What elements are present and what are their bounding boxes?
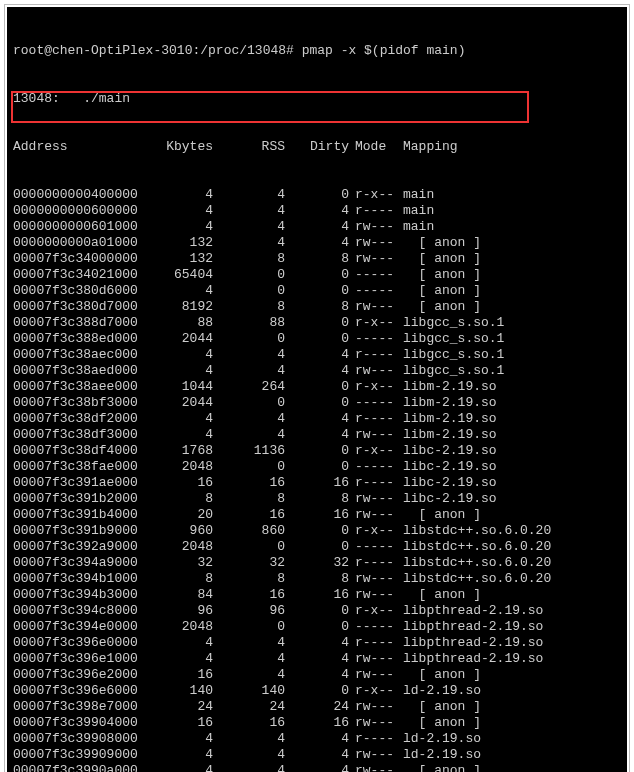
cell-rss: 8 [213, 571, 285, 587]
cell-mode: rw--- [349, 715, 397, 731]
cell-mapping: libm-2.19.so [397, 395, 497, 411]
cell-mode: rw--- [349, 219, 397, 235]
cell-mapping: ld-2.19.so [397, 683, 481, 699]
cell-dirty: 4 [285, 763, 349, 772]
pmap-row: 00007f3c340210006540400----- [ anon ] [13, 267, 621, 283]
cell-dirty: 8 [285, 251, 349, 267]
cell-mode: ----- [349, 331, 397, 347]
cell-kbytes: 96 [133, 603, 213, 619]
cell-dirty: 8 [285, 491, 349, 507]
cell-dirty: 0 [285, 331, 349, 347]
cell-address: 00007f3c392a9000 [13, 539, 133, 555]
cell-mode: rw--- [349, 299, 397, 315]
cell-dirty: 4 [285, 427, 349, 443]
cell-address: 00007f3c391b4000 [13, 507, 133, 523]
hdr-mapping: Mapping [397, 139, 458, 155]
pmap-row: 0000000000a0100013244rw--- [ anon ] [13, 235, 621, 251]
terminal-output: root@chen-OptiPlex-3010:/proc/13048# pma… [7, 7, 627, 772]
cell-address: 00007f3c394e0000 [13, 619, 133, 635]
cell-mapping: libgcc_s.so.1 [397, 331, 504, 347]
cell-rss: 4 [213, 347, 285, 363]
cell-kbytes: 132 [133, 251, 213, 267]
cell-mode: rw--- [349, 651, 397, 667]
cell-mapping: [ anon ] [397, 267, 481, 283]
cell-mode: r-x-- [349, 443, 397, 459]
pmap-row: 00007f3c396e20001644rw--- [ anon ] [13, 667, 621, 683]
cell-rss: 4 [213, 651, 285, 667]
cell-rss: 4 [213, 763, 285, 772]
cell-mode: r-x-- [349, 379, 397, 395]
cell-mapping: [ anon ] [397, 507, 481, 523]
cell-rss: 8 [213, 299, 285, 315]
cell-mapping: ld-2.19.so [397, 731, 481, 747]
cell-dirty: 0 [285, 459, 349, 475]
cell-mapping: libc-2.19.so [397, 491, 497, 507]
cell-kbytes: 4 [133, 411, 213, 427]
cell-mode: rw--- [349, 763, 397, 772]
cell-kbytes: 16 [133, 475, 213, 491]
cell-address: 00007f3c380d7000 [13, 299, 133, 315]
cell-dirty: 4 [285, 411, 349, 427]
prompt-line: root@chen-OptiPlex-3010:/proc/13048# pma… [13, 43, 621, 59]
cell-mode: rw--- [349, 251, 397, 267]
hdr-address: Address [13, 139, 133, 155]
cell-mode: rw--- [349, 507, 397, 523]
cell-kbytes: 4 [133, 747, 213, 763]
cell-rss: 4 [213, 747, 285, 763]
pmap-row: 00007f3c396e0000444r----libpthread-2.19.… [13, 635, 621, 651]
cell-kbytes: 8192 [133, 299, 213, 315]
cell-mapping: [ anon ] [397, 235, 481, 251]
cell-dirty: 16 [285, 715, 349, 731]
cell-address: 0000000000601000 [13, 219, 133, 235]
cell-address: 00007f3c396e1000 [13, 651, 133, 667]
cell-rss: 16 [213, 507, 285, 523]
cell-mapping: libpthread-2.19.so [397, 619, 543, 635]
cell-mode: r---- [349, 731, 397, 747]
cell-dirty: 0 [285, 267, 349, 283]
cell-mapping: [ anon ] [397, 283, 481, 299]
cell-kbytes: 4 [133, 651, 213, 667]
cell-mapping: libm-2.19.so [397, 379, 497, 395]
cell-mode: r---- [349, 347, 397, 363]
pmap-row: 00007f3c38aed000444rw---libgcc_s.so.1 [13, 363, 621, 379]
cell-rss: 0 [213, 619, 285, 635]
cell-kbytes: 8 [133, 571, 213, 587]
cell-rss: 0 [213, 395, 285, 411]
cell-address: 00007f3c391ae000 [13, 475, 133, 491]
cell-mapping: [ anon ] [397, 715, 481, 731]
cell-mode: ----- [349, 267, 397, 283]
cell-mode: ----- [349, 283, 397, 299]
cell-kbytes: 2044 [133, 395, 213, 411]
cell-rss: 0 [213, 283, 285, 299]
cell-dirty: 0 [285, 315, 349, 331]
pmap-row: 00007f3c3990a000444rw--- [ anon ] [13, 763, 621, 772]
cell-dirty: 8 [285, 299, 349, 315]
cell-kbytes: 4 [133, 283, 213, 299]
cell-mode: rw--- [349, 427, 397, 443]
cell-kbytes: 16 [133, 667, 213, 683]
pmap-row: 00007f3c391b4000201616rw--- [ anon ] [13, 507, 621, 523]
pmap-row: 00007f3c396e1000444rw---libpthread-2.19.… [13, 651, 621, 667]
pmap-row: 00007f3c388d700088880r-x--libgcc_s.so.1 [13, 315, 621, 331]
cell-kbytes: 84 [133, 587, 213, 603]
cell-mapping: libc-2.19.so [397, 459, 497, 475]
pmap-row: 00007f3c380d6000400----- [ anon ] [13, 283, 621, 299]
pmap-row: 00007f3c396e60001401400r-x--ld-2.19.so [13, 683, 621, 699]
cell-kbytes: 8 [133, 491, 213, 507]
cell-rss: 4 [213, 187, 285, 203]
cell-mapping: [ anon ] [397, 667, 481, 683]
cell-mapping: libgcc_s.so.1 [397, 347, 504, 363]
cell-kbytes: 1768 [133, 443, 213, 459]
cell-dirty: 4 [285, 747, 349, 763]
cell-dirty: 0 [285, 187, 349, 203]
cell-dirty: 0 [285, 603, 349, 619]
cell-mode: r-x-- [349, 523, 397, 539]
cell-kbytes: 2044 [133, 331, 213, 347]
pmap-rows: 0000000000400000440r-x--main000000000060… [13, 187, 621, 772]
cell-address: 00007f3c38aee000 [13, 379, 133, 395]
cell-dirty: 24 [285, 699, 349, 715]
cell-mapping: libpthread-2.19.so [397, 635, 543, 651]
cell-address: 00007f3c396e6000 [13, 683, 133, 699]
cell-dirty: 4 [285, 347, 349, 363]
pmap-row: 00007f3c38aee00010442640r-x--libm-2.19.s… [13, 379, 621, 395]
